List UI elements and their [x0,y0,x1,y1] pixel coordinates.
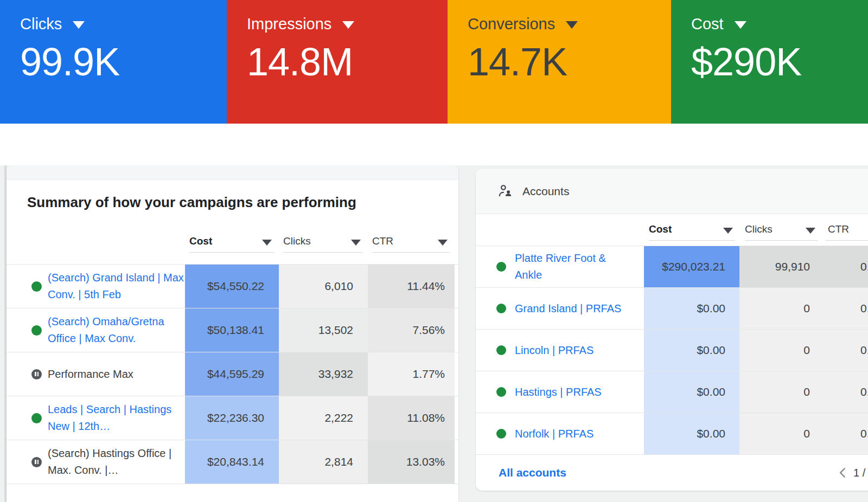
chevron-down-icon [342,21,354,29]
account-link[interactable]: Lincoln | PRFAS [515,342,593,359]
chevron-down-icon [735,21,746,29]
cost-cell: $50,138.41 [185,308,279,352]
account-name-cell: Hastings | PRFAS [476,371,644,413]
ctr-cell: 0. [819,330,868,371]
table-row: (Search) Grand Island | Max Conv. | 5th … [7,264,458,308]
scorecard-value: 14.7K [468,40,671,83]
scorecard-impressions[interactable]: Impressions 14.8M [227,0,448,124]
campaigns-summary-card: Summary of how your campaigns are perfor… [7,165,458,502]
campaign-name[interactable]: Performance Max [48,366,133,383]
ctr-cell: 0. [819,288,868,329]
accounts-table-body: Platte River Foot & Ankle $290,023.21 99… [476,246,868,454]
cost-cell: $290,023.21 [644,246,739,287]
spacer-band [0,124,868,165]
all-accounts-link[interactable]: All accounts [499,466,566,479]
cost-cell: $44,595.29 [185,352,279,396]
status-enabled-icon [31,325,42,336]
scorecard-row: Clicks 99.9K Impressions 14.8M Conversio… [0,0,868,124]
account-link[interactable]: Grand Island | PRFAS [515,300,621,317]
status-enabled-icon [496,345,506,355]
scorecard-label: Conversions [468,14,555,34]
scorecard-metric-selector[interactable]: Cost [691,14,868,34]
cost-cell: $22,236.30 [185,396,279,440]
page-indicator: 1 / [853,467,865,479]
clicks-cell: 0 [739,330,819,371]
chevron-down-icon [73,21,85,29]
ctr-cell: 0. [819,371,868,413]
column-header-ctr[interactable]: CTR [372,233,450,253]
cost-cell: $0.00 [644,413,739,454]
scorecard-label: Impressions [247,14,331,34]
scorecard-conversions[interactable]: Conversions 14.7K [448,0,671,124]
clicks-cell: 6,010 [279,265,368,308]
table-row: Lincoln | PRFAS $0.00 0 0. [476,329,868,371]
scorecard-cost[interactable]: Cost $290K [671,0,868,124]
column-header-clicks[interactable]: Clicks [283,233,363,253]
dashboard-workspace: Summary of how your campaigns are perfor… [0,165,868,502]
status-paused-icon [31,457,42,467]
scorecard-metric-selector[interactable]: Clicks [20,14,227,34]
ctr-cell: 0. [819,246,868,287]
chevron-down-icon [351,240,361,246]
campaign-link[interactable]: Leads | Search | Hastings New | 12th… [48,401,185,435]
ctr-cell: 11.44% [368,265,455,308]
accounts-people-icon [497,183,513,199]
scorecard-value: 14.8M [247,40,448,83]
ctr-cell: 1.77% [368,352,455,396]
clicks-cell: 99,910 [739,246,819,287]
status-enabled-icon [31,413,42,423]
scorecard-metric-selector[interactable]: Conversions [468,14,671,34]
account-link[interactable]: Platte River Foot & Ankle [515,250,626,284]
account-name-cell: Norfolk | PRFAS [476,413,644,454]
table-row: Norfolk | PRFAS $0.00 0 0. [476,413,868,454]
cost-cell: $0.00 [644,330,739,371]
accounts-card: Accounts Cost Clicks CTR Platte River Fo… [476,169,868,491]
clicks-cell: 0 [739,288,819,329]
card-top-strip [7,165,458,180]
clicks-cell: 13,502 [279,308,368,352]
table-row: Grand Island | PRFAS $0.00 0 0. [476,287,868,329]
ctr-cell: 0. [819,413,868,454]
account-link[interactable]: Hastings | PRFAS [515,384,602,401]
cost-cell: $54,550.22 [185,265,279,308]
clicks-cell: 2,222 [279,396,368,440]
campaign-name-cell: Leads | Search | Hastings New | 12th… [7,396,185,440]
chevron-down-icon [806,228,815,234]
clicks-cell: 33,932 [279,352,368,396]
account-link[interactable]: Norfolk | PRFAS [515,426,593,442]
table-row: (Search) Hastings Office | Max. Conv. |…… [7,440,458,484]
campaigns-table-header: Cost Clicks CTR [7,233,458,253]
table-row: Performance Max $44,595.29 33,932 1.77% [7,352,458,396]
account-name-cell: Lincoln | PRFAS [476,330,644,371]
chevron-left-icon[interactable] [837,467,849,479]
campaign-name[interactable]: (Search) Hastings Office | Max. Conv. |… [48,445,185,479]
chevron-down-icon [723,228,733,234]
scorecard-metric-selector[interactable]: Impressions [247,14,448,34]
chevron-down-icon [262,240,272,246]
campaigns-table-body: (Search) Grand Island | Max Conv. | 5th … [7,264,458,484]
column-header-cost[interactable]: Cost [189,233,274,253]
accounts-card-header: Accounts [476,169,868,214]
scorecard-label: Clicks [20,14,62,34]
clicks-cell: 2,814 [279,440,368,484]
column-header-cost[interactable]: Cost [649,218,735,241]
campaign-link[interactable]: (Search) Omaha/Gretna Office | Max Conv. [48,313,185,347]
accounts-table-header: Cost Clicks CTR [476,218,868,241]
status-enabled-icon [496,429,506,439]
accounts-card-title: Accounts [522,185,569,198]
chevron-down-icon [566,21,578,29]
scorecard-label: Cost [691,14,724,34]
pagination: 1 / [837,455,865,491]
cost-cell: $0.00 [644,288,739,329]
column-header-clicks[interactable]: Clicks [745,218,818,241]
ctr-cell: 11.08% [368,396,455,440]
campaign-name-cell: (Search) Grand Island | Max Conv. | 5th … [7,265,185,308]
column-header-ctr[interactable]: CTR [826,218,868,241]
campaign-name-cell: Performance Max [7,352,185,396]
status-enabled-icon [496,262,506,272]
table-row: Hastings | PRFAS $0.00 0 0. [476,371,868,413]
ctr-cell: 7.56% [368,308,455,352]
campaigns-card-title: Summary of how your campaigns are perfor… [27,194,458,211]
campaign-link[interactable]: (Search) Grand Island | Max Conv. | 5th … [48,269,185,303]
scorecard-clicks[interactable]: Clicks 99.9K [0,0,227,124]
